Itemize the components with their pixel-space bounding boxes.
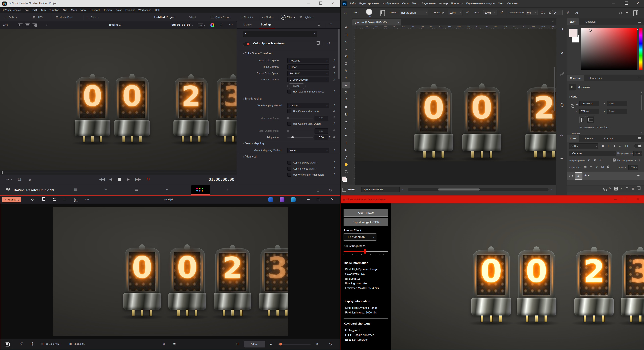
page-fusion[interactable]: ✦ xyxy=(166,187,168,192)
new-layer-icon[interactable]: ⊞ xyxy=(632,187,634,190)
max-input-slider[interactable] xyxy=(287,118,313,118)
home-icon[interactable]: ⌂ xyxy=(344,10,347,15)
fit-to-window-icon[interactable]: ⊡ xyxy=(236,342,238,346)
gallery-button[interactable]: ❏Gallery xyxy=(5,13,17,21)
link-layers-icon[interactable] xyxy=(603,188,605,190)
slideshow-icon[interactable]: ▷ xyxy=(74,198,78,202)
filmstrip-icon[interactable] xyxy=(5,343,10,347)
filter-adjustment-icon[interactable]: ◐ xyxy=(608,144,609,148)
layer-group-icon[interactable] xyxy=(626,188,630,190)
reset-icon[interactable]: ↺ xyxy=(333,135,335,139)
zoom-select[interactable]: 36 % ▾ xyxy=(244,341,266,348)
maximize-icon[interactable] xyxy=(317,198,320,201)
tab-channels[interactable]: Каналы xyxy=(582,135,597,142)
clipchamp-app-icon[interactable] xyxy=(280,197,284,202)
og-dropdown[interactable]: ST2084 1000 nit▾ xyxy=(287,77,329,82)
tab-paths[interactable]: Контуры xyxy=(601,135,617,142)
smoothing-gear-icon[interactable]: ⚙ xyxy=(540,10,544,14)
photoshop-menu-item-0[interactable]: Файл xyxy=(348,0,358,7)
scroll-up-icon[interactable]: ∧ xyxy=(640,91,642,93)
viewer-zoom-select[interactable]: 37% ▾ xyxy=(3,23,10,26)
status-doc-size[interactable]: Док: 94.9M/94.9M xyxy=(361,187,400,192)
photos-titlebar[interactable]: ✎ Изменить ⟲ ▷ ••• good.jxl — ✕ xyxy=(0,196,340,203)
canvas-vertical-scrollbar[interactable] xyxy=(554,67,555,111)
photos-image[interactable]: 0023 xyxy=(53,207,288,336)
max-output-value[interactable]: 100 xyxy=(314,128,328,134)
layer-visibility-icon[interactable] xyxy=(569,175,573,177)
smoothing-input[interactable]: 0%▾ xyxy=(526,10,538,15)
davinci-menu-item-9[interactable]: Fusion xyxy=(102,7,114,13)
tool-presets-icon[interactable]: ✒ xyxy=(559,156,565,162)
davinci-menu-item-5[interactable]: Clip xyxy=(61,7,69,13)
aio-checkbox[interactable] xyxy=(287,167,291,171)
panel-menu-icon[interactable] xyxy=(638,21,641,21)
reset-icon[interactable]: ↺ xyxy=(333,122,335,126)
panel-scrollbar[interactable] xyxy=(338,29,340,79)
path-select-tool[interactable]: ➤ xyxy=(342,147,350,153)
uwpa-checkbox[interactable] xyxy=(287,173,291,176)
reset-icon[interactable]: ↺ xyxy=(333,173,335,176)
zoom-out-icon[interactable]: ⊖ xyxy=(270,342,272,346)
brush-angle-input[interactable]: 0° xyxy=(552,10,563,15)
tab-properties[interactable]: Свойства xyxy=(567,75,584,81)
media-pool-button[interactable]: ▧Media Pool xyxy=(56,13,72,21)
dodge-tool[interactable]: ◐ xyxy=(342,125,350,132)
layer-thumbnail[interactable]: ✑ xyxy=(575,173,582,180)
luts-button[interactable]: ▦LUTs xyxy=(33,13,42,21)
settings-gear-icon[interactable]: ⚙ xyxy=(328,188,332,192)
photoshop-menu-item-4[interactable]: Текст xyxy=(410,0,420,7)
maximize-icon[interactable] xyxy=(319,1,322,5)
lasso-tool[interactable]: ∿ xyxy=(342,38,350,45)
ig-dropdown[interactable]: Linear▾ xyxy=(287,64,329,70)
tool-mode-icon[interactable]: ✑ xyxy=(6,177,9,181)
loop-icon[interactable]: ↻ xyxy=(146,176,150,182)
hq-proxy-icon[interactable]: HQ xyxy=(198,23,203,27)
close-icon[interactable]: ✕ xyxy=(633,196,643,203)
split-viewer-icon[interactable] xyxy=(32,23,37,27)
adaptation-slider[interactable] xyxy=(287,137,313,138)
home-icon[interactable]: ⌂ xyxy=(317,188,319,193)
nodes-button[interactable]: ⊶Nodes xyxy=(262,13,274,21)
reset-icon[interactable]: ↺ xyxy=(333,89,335,93)
filter-pixel-icon[interactable]: ▣ xyxy=(602,144,604,148)
swap-button[interactable]: Swap xyxy=(287,83,306,89)
davinci-menu-item-4[interactable]: Timeline xyxy=(48,7,61,13)
height-input[interactable]: 762 мм xyxy=(580,109,599,114)
face-detect-icon[interactable]: ☺ xyxy=(162,342,166,346)
adaptation-value[interactable]: 9.00 xyxy=(314,135,328,140)
tab-layers[interactable]: Слои xyxy=(567,135,579,142)
effect-enable-toggle[interactable] xyxy=(243,42,250,46)
eyedropper-tool[interactable]: ✎ xyxy=(342,67,350,74)
zoom-in-icon[interactable]: ⊕ xyxy=(315,342,318,346)
reset-icon[interactable]: ↺ xyxy=(333,167,335,171)
ucmo-checkbox[interactable] xyxy=(287,122,291,126)
davinci-menu-item-2[interactable]: Edit xyxy=(30,7,39,13)
search-icon[interactable] xyxy=(619,11,622,14)
print-icon[interactable] xyxy=(53,198,56,201)
photoshop-menu-item-7[interactable]: Просмотр xyxy=(450,0,465,7)
davinci-menu-item-1[interactable]: File xyxy=(23,7,30,13)
workspace-icon[interactable] xyxy=(634,10,638,16)
ocs-dropdown[interactable]: Rec.2020▾ xyxy=(287,71,329,76)
audio-mute-icon[interactable] xyxy=(28,179,30,181)
horizontal-scrollbar[interactable] xyxy=(408,188,548,191)
minimize-icon[interactable]: — xyxy=(610,196,620,203)
zoom-tool[interactable] xyxy=(342,168,350,175)
flow-pressure-icon[interactable]: ✐ xyxy=(500,10,503,14)
foreground-swatch[interactable] xyxy=(569,29,578,37)
grid-viewer-icon[interactable] xyxy=(25,23,30,27)
hue-slider[interactable] xyxy=(639,28,642,70)
brightness-thumb[interactable] xyxy=(364,249,366,254)
unify-effects-icon[interactable]: fx xyxy=(600,158,602,161)
single-viewer-icon[interactable] xyxy=(18,23,23,27)
designer-app-icon[interactable] xyxy=(268,197,273,202)
delete-layer-icon[interactable] xyxy=(638,187,640,190)
foreground-color-swatch[interactable] xyxy=(342,176,346,180)
brush-tool[interactable]: ✑ xyxy=(342,82,350,88)
section-advanced[interactable]: ▾ Advanced xyxy=(243,155,256,158)
close-tab-icon[interactable]: ✕ xyxy=(397,19,399,25)
info-icon[interactable]: ⓘ xyxy=(559,102,565,108)
status-arrow-icon[interactable]: 〉 xyxy=(402,188,404,191)
symmetry-icon[interactable]: ⋈ xyxy=(575,10,578,14)
hue-marker[interactable] xyxy=(637,28,639,30)
